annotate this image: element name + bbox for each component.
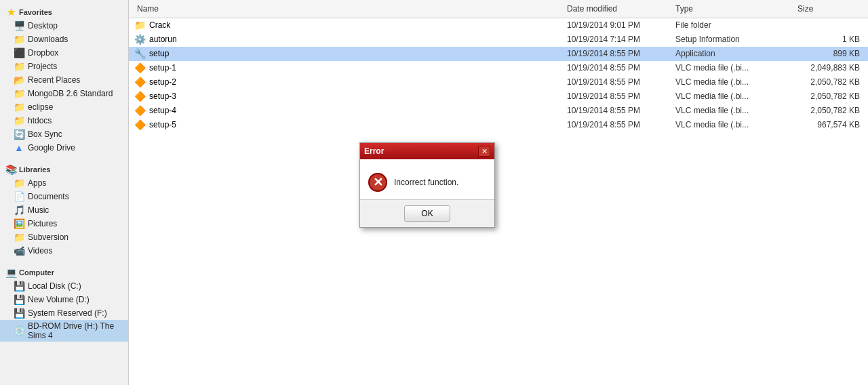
sidebar-item-mongodb-label: MongoDB 2.6 Standard bbox=[28, 89, 113, 98]
system-reserved-f-icon: 💾 bbox=[14, 308, 24, 319]
desktop-icon: 🖥️ bbox=[14, 20, 24, 31]
eclipse-icon: 📁 bbox=[14, 102, 24, 113]
sidebar-item-desktop[interactable]: 🖥️ Desktop bbox=[0, 19, 128, 33]
sidebar-item-videos[interactable]: 📹 Videos bbox=[0, 244, 128, 258]
error-circle-icon: ✕ bbox=[368, 173, 387, 192]
libraries-label: Libraries bbox=[19, 165, 50, 174]
dropbox-icon: ⬛ bbox=[14, 47, 24, 58]
sidebar-item-dropbox-label: Dropbox bbox=[28, 48, 58, 58]
sidebar-item-eclipse-label: eclipse bbox=[28, 102, 53, 112]
sidebar-item-recent-places-label: Recent Places bbox=[28, 75, 80, 85]
sidebar-item-pictures-label: Pictures bbox=[28, 219, 57, 228]
sidebar-item-projects-label: Projects bbox=[28, 62, 57, 71]
box-sync-icon: 🔄 bbox=[14, 129, 24, 140]
sidebar-item-subversion-label: Subversion bbox=[28, 232, 68, 242]
pictures-icon: 🖼️ bbox=[14, 218, 24, 229]
sidebar-item-system-reserved-f-label: System Reserved (F:) bbox=[28, 308, 107, 318]
sidebar-item-bdrom-h-label: BD-ROM Drive (H:) The Sims 4 bbox=[28, 321, 123, 340]
sidebar-item-music[interactable]: 🎵 Music bbox=[0, 203, 128, 217]
sidebar-item-apps-label: Apps bbox=[28, 178, 46, 188]
sidebar-item-bdrom-h[interactable]: 💿 BD-ROM Drive (H:) The Sims 4 bbox=[0, 320, 128, 342]
sidebar-item-new-volume-d-label: New Volume (D:) bbox=[28, 295, 90, 304]
error-dialog: Error ✕ ✕ Incorrect function. OK bbox=[359, 142, 495, 228]
projects-icon: 📁 bbox=[14, 61, 24, 72]
dialog-titlebar: Error ✕ bbox=[360, 143, 494, 159]
sidebar-item-subversion[interactable]: 📁 Subversion bbox=[0, 230, 128, 244]
bdrom-h-icon: 💿 bbox=[14, 325, 24, 336]
dialog-footer: OK bbox=[360, 200, 494, 227]
computer-icon: 💻 bbox=[5, 267, 16, 278]
sidebar-item-projects[interactable]: 📁 Projects bbox=[0, 60, 128, 73]
dialog-ok-button[interactable]: OK bbox=[404, 205, 450, 222]
sidebar-item-documents-label: Documents bbox=[28, 192, 69, 201]
sidebar-item-downloads[interactable]: 📁 Downloads bbox=[0, 33, 128, 46]
favorites-header: ★ Favorites bbox=[0, 3, 128, 19]
favorites-star-icon: ★ bbox=[5, 7, 16, 18]
sidebar-item-music-label: Music bbox=[28, 205, 49, 215]
music-icon: 🎵 bbox=[14, 205, 24, 216]
sidebar-item-videos-label: Videos bbox=[28, 246, 52, 256]
sidebar-item-local-disk-c-label: Local Disk (C:) bbox=[28, 281, 81, 291]
main-content: Name Date modified Type Size 📁 Crack 10/… bbox=[129, 0, 868, 385]
sidebar-item-google-drive[interactable]: ▲ Google Drive bbox=[0, 141, 128, 155]
sidebar-item-eclipse[interactable]: 📁 eclipse bbox=[0, 100, 128, 114]
sidebar-item-system-reserved-f[interactable]: 💾 System Reserved (F:) bbox=[0, 306, 128, 320]
htdocs-icon: 📁 bbox=[14, 115, 24, 126]
dialog-body: ✕ Incorrect function. bbox=[360, 159, 494, 200]
sidebar-item-local-disk-c[interactable]: 💾 Local Disk (C:) bbox=[0, 279, 128, 293]
favorites-label: Favorites bbox=[19, 8, 52, 16]
sidebar-item-htdocs[interactable]: 📁 htdocs bbox=[0, 114, 128, 127]
sidebar-item-htdocs-label: htdocs bbox=[28, 116, 52, 125]
sidebar-item-desktop-label: Desktop bbox=[28, 21, 58, 31]
mongodb-icon: 📁 bbox=[14, 88, 24, 99]
sidebar-item-documents[interactable]: 📄 Documents bbox=[0, 190, 128, 203]
dialog-title: Error bbox=[364, 146, 384, 156]
documents-icon: 📄 bbox=[14, 191, 24, 202]
computer-header: 💻 Computer bbox=[0, 263, 128, 279]
sidebar-item-pictures[interactable]: 🖼️ Pictures bbox=[0, 217, 128, 230]
videos-icon: 📹 bbox=[14, 245, 24, 256]
recent-places-icon: 📂 bbox=[14, 75, 24, 85]
libraries-header: 📚 Libraries bbox=[0, 160, 128, 176]
apps-icon: 📁 bbox=[14, 178, 24, 188]
dialog-close-button[interactable]: ✕ bbox=[478, 146, 490, 157]
downloads-icon: 📁 bbox=[14, 34, 24, 45]
dialog-overlay: Error ✕ ✕ Incorrect function. OK bbox=[129, 0, 868, 385]
local-disk-c-icon: 💾 bbox=[14, 281, 24, 291]
sidebar-item-apps[interactable]: 📁 Apps bbox=[0, 176, 128, 190]
libraries-icon: 📚 bbox=[5, 164, 16, 175]
new-volume-d-icon: 💾 bbox=[14, 294, 24, 305]
google-drive-icon: ▲ bbox=[14, 142, 24, 153]
sidebar-item-mongodb[interactable]: 📁 MongoDB 2.6 Standard bbox=[0, 87, 128, 100]
sidebar-item-dropbox[interactable]: ⬛ Dropbox bbox=[0, 46, 128, 60]
sidebar: ★ Favorites 🖥️ Desktop 📁 Downloads ⬛ Dro… bbox=[0, 0, 129, 385]
sidebar-item-recent-places[interactable]: 📂 Recent Places bbox=[0, 73, 128, 87]
dialog-message: Incorrect function. bbox=[394, 178, 458, 187]
sidebar-item-box-sync[interactable]: 🔄 Box Sync bbox=[0, 127, 128, 141]
subversion-icon: 📁 bbox=[14, 232, 24, 243]
sidebar-item-box-sync-label: Box Sync bbox=[28, 129, 62, 139]
sidebar-item-google-drive-label: Google Drive bbox=[28, 143, 75, 153]
sidebar-item-downloads-label: Downloads bbox=[28, 35, 68, 44]
sidebar-item-new-volume-d[interactable]: 💾 New Volume (D:) bbox=[0, 293, 128, 306]
computer-label: Computer bbox=[19, 268, 54, 277]
